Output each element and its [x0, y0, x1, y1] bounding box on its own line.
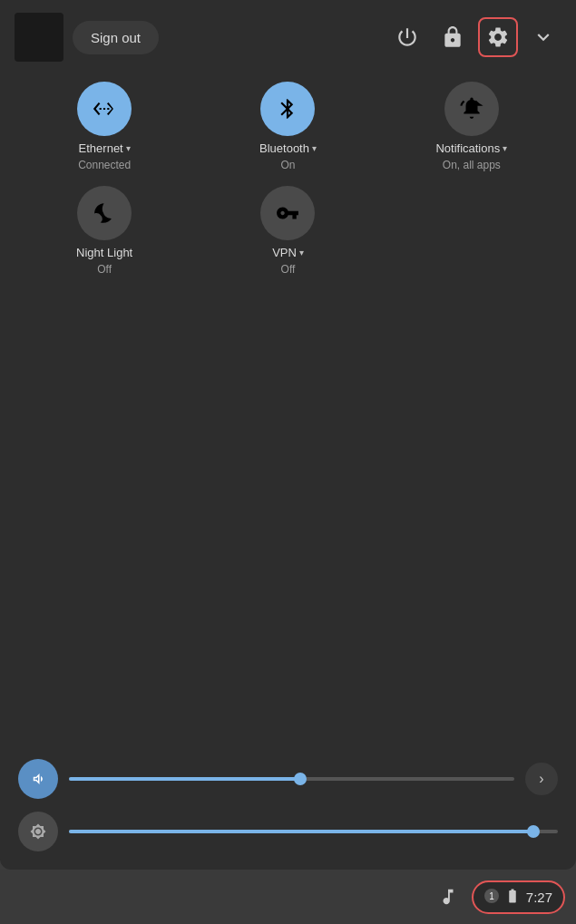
- chevron-down-button[interactable]: [525, 19, 561, 55]
- volume-thumb: [294, 773, 307, 785]
- volume-row: ›: [18, 759, 558, 799]
- ethernet-icon: [93, 97, 116, 121]
- tiles-grid: Ethernet ▾ Connected Bluetooth ▾ On: [18, 82, 558, 276]
- notifications-icon: [460, 97, 483, 121]
- vpn-label: VPN ▾: [272, 246, 304, 259]
- bluetooth-icon: [276, 97, 299, 121]
- bluetooth-dropdown-arrow: ▾: [312, 143, 317, 153]
- sliders-section: ›: [0, 741, 576, 870]
- volume-track: [69, 777, 514, 781]
- quick-settings-panel: Sign out: [0, 0, 576, 870]
- lock-button[interactable]: [434, 19, 471, 55]
- brightness-icon: [30, 823, 46, 840]
- tile-bluetooth[interactable]: Bluetooth ▾ On: [201, 82, 374, 171]
- bluetooth-label: Bluetooth ▾: [259, 141, 317, 155]
- volume-fill: [69, 777, 300, 781]
- settings-icon: [486, 25, 510, 49]
- ethernet-sublabel: Connected: [78, 159, 131, 171]
- power-icon: [395, 25, 419, 49]
- notification-badge-icon: 1: [484, 889, 499, 906]
- brightness-slider-container[interactable]: [69, 830, 558, 833]
- night-light-icon: [93, 201, 116, 225]
- top-bar: Sign out: [0, 0, 576, 74]
- night-light-label: Night Light: [76, 246, 132, 259]
- power-button[interactable]: [389, 19, 425, 55]
- tiles-section: Ethernet ▾ Connected Bluetooth ▾ On: [0, 74, 576, 290]
- notifications-sublabel: On, all apps: [443, 159, 501, 171]
- brightness-thumb: [527, 825, 540, 838]
- chevron-down-icon: [532, 25, 555, 49]
- vpn-icon-wrap: [260, 186, 315, 240]
- bluetooth-sublabel: On: [280, 159, 295, 171]
- volume-expand-button[interactable]: ›: [525, 763, 558, 795]
- vpn-sublabel: Off: [281, 263, 296, 276]
- taskbar: 1 7:27: [0, 870, 576, 924]
- tile-ethernet[interactable]: Ethernet ▾ Connected: [18, 82, 190, 171]
- ethernet-dropdown-arrow: ▾: [126, 143, 131, 153]
- lock-icon: [441, 25, 464, 49]
- volume-slider-container[interactable]: [69, 777, 514, 781]
- ethernet-icon-wrap: [77, 82, 132, 136]
- system-tray[interactable]: 1 7:27: [472, 880, 565, 914]
- vpn-icon: [276, 201, 299, 225]
- brightness-track: [69, 830, 558, 833]
- night-light-icon-wrap: [77, 186, 132, 240]
- bluetooth-icon-wrap: [260, 82, 315, 136]
- volume-button[interactable]: [18, 759, 58, 799]
- avatar: [15, 13, 63, 62]
- notifications-icon-wrap: [444, 82, 499, 136]
- ethernet-label: Ethernet ▾: [79, 141, 131, 155]
- sign-out-button[interactable]: Sign out: [73, 21, 159, 54]
- brightness-fill: [69, 830, 533, 833]
- brightness-row: [18, 812, 558, 851]
- top-icons: [389, 19, 561, 55]
- notifications-label: Notifications ▾: [435, 141, 507, 155]
- vpn-dropdown-arrow: ▾: [299, 248, 304, 258]
- tile-notifications[interactable]: Notifications ▾ On, all apps: [386, 82, 558, 171]
- volume-icon: [30, 771, 46, 787]
- music-button[interactable]: [432, 880, 464, 913]
- svg-text:1: 1: [489, 891, 494, 901]
- notifications-dropdown-arrow: ▾: [503, 143, 507, 153]
- music-icon: [438, 887, 458, 907]
- tile-vpn[interactable]: VPN ▾ Off: [201, 186, 374, 276]
- clock-display: 7:27: [526, 890, 552, 905]
- night-light-sublabel: Off: [97, 263, 112, 276]
- tile-night-light[interactable]: Night Light Off: [18, 186, 190, 276]
- brightness-button[interactable]: [18, 812, 58, 851]
- settings-button[interactable]: [480, 19, 516, 55]
- battery-icon: [504, 888, 521, 907]
